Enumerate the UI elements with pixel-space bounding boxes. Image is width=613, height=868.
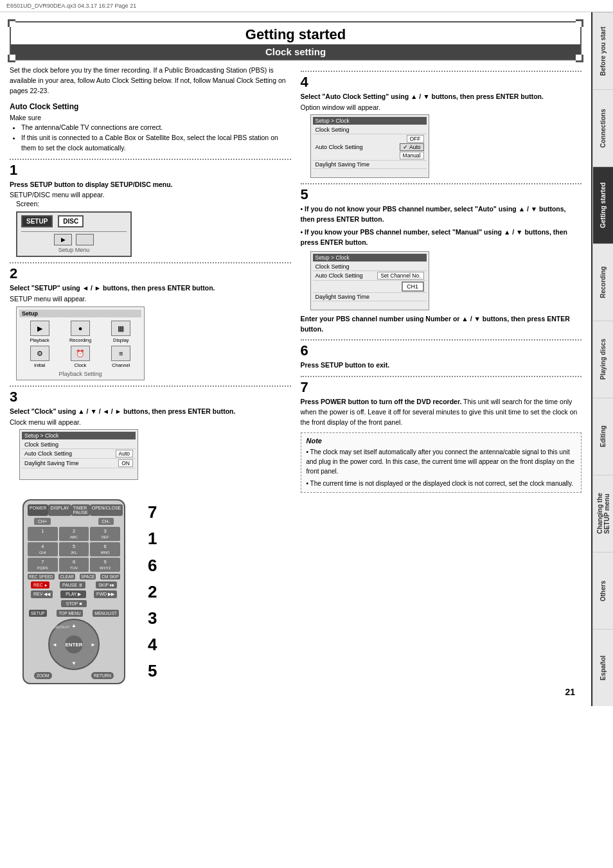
page-number: 21 (10, 684, 582, 700)
nav-down-btn[interactable]: ▼ (71, 660, 76, 666)
right-step-6: 6 (148, 556, 157, 576)
num-4-btn[interactable]: 4GHI (28, 542, 58, 556)
note-bullet-1: • The clock may set itself automatically… (306, 447, 576, 476)
step4-row-2: Auto Clock Setting OFF ✓ Auto Manual (313, 134, 427, 161)
enter-btn[interactable]: ENTER (65, 635, 83, 653)
step1-header: 1 (10, 163, 291, 177)
nav-left-btn[interactable]: ◄ (52, 642, 57, 648)
auto-clock-bullets: The antenna/Cable TV connections are cor… (16, 123, 291, 153)
setup-menu2-screen: Setup ▶ Playback ● Recording ▦ Display (16, 306, 145, 380)
bullet-2: If this unit is connected to a Cable Box… (21, 133, 291, 154)
ch-up-btn[interactable]: CH+ (34, 518, 51, 525)
grid-icon-display: ▦ Display (102, 321, 140, 343)
step6-text: Press SETUP button to exit. (301, 360, 582, 371)
step3-screen: Setup > Clock Clock Setting Auto Clock S… (19, 429, 138, 480)
intro-text: Set the clock before you try the timer r… (10, 66, 291, 96)
fwd-btn[interactable]: FWD ▶▶ (94, 590, 117, 598)
grid-icon-initial: ⚙ Initial (21, 346, 58, 368)
right-step-4: 4 (148, 635, 157, 655)
title-section: Getting started Clock setting (10, 21, 582, 60)
left-column: Set the clock before you try the timer r… (10, 66, 291, 493)
sidebar-tab-getting-started[interactable]: Getting started (593, 166, 613, 244)
step1-number: 1 (10, 163, 17, 177)
num-3-btn[interactable]: 3DEF (90, 527, 120, 541)
num-6-btn[interactable]: 6MNO (90, 542, 120, 556)
disc-btn: DISC (58, 215, 84, 227)
setup-btn-remote[interactable]: SETUP (29, 610, 47, 617)
num-5-btn[interactable]: 5JKL (59, 542, 89, 556)
remote-graphic-area: POWER DISPLAY TIMER PAUSE OPEN/CLOSE CH+… (10, 499, 138, 684)
auto-clock-heading: Auto Clock Setting (10, 102, 291, 111)
step3-header: 3 (10, 390, 291, 404)
skip-btn[interactable]: SKIP ⏭ (96, 581, 117, 589)
right-sidebar: Before you start Connections Getting sta… (592, 12, 613, 706)
ch-down-btn[interactable]: CH- (98, 518, 114, 525)
note-bullet-2: • The current time is not displayed or t… (306, 479, 576, 488)
sidebar-tab-changing-setup[interactable]: Changing the SETUP menu (593, 475, 613, 552)
display-icon: ▦ (111, 321, 130, 336)
nav-right-btn[interactable]: ► (91, 642, 96, 648)
timer-pause-btn[interactable]: TIMER PAUSE (71, 504, 90, 516)
page-sub-title: Clock setting (11, 44, 580, 59)
setup-btn: SETUP (21, 215, 53, 227)
step5-row-2: Auto Clock Setting Set Channel No. (313, 271, 427, 281)
step1-screen-label: Screen: (16, 200, 291, 208)
rev-btn[interactable]: REV ◀◀ (31, 590, 53, 598)
num-7-btn[interactable]: 7PQRS (28, 558, 58, 572)
main-content: Getting started Clock setting Set the cl… (0, 12, 592, 706)
file-info: E6501UD_DVR90DEA.qx3 04.3.17 16:27 Page … (6, 3, 136, 9)
num-2-btn[interactable]: 2ABC (59, 527, 89, 541)
playback-icon: ▶ (30, 321, 49, 336)
step4-detail: Option window will appear. (301, 103, 582, 111)
sidebar-tab-connections[interactable]: Connections (593, 89, 613, 166)
cm-skip-btn[interactable]: CM SKIP (100, 574, 120, 580)
step3-number: 3 (10, 390, 17, 404)
open-close-btn[interactable]: OPEN/CLOSE (90, 504, 123, 516)
step4-row-3: Daylight Saving Time (313, 161, 427, 169)
space-btn[interactable]: SPACE (80, 574, 96, 580)
step4-screen-title: Setup > Clock (313, 117, 427, 125)
num-1-btn[interactable]: 1 (28, 527, 58, 541)
display-btn[interactable]: DISPLAY (48, 504, 71, 516)
sidebar-tab-espanol[interactable]: Español (593, 629, 613, 706)
step3-text: Select "Clock" using ▲ / ▼ / ◄ / ► butto… (10, 407, 291, 417)
sidebar-tab-recording[interactable]: Recording (593, 244, 613, 321)
rec-speed-btn[interactable]: REC SPEED (28, 574, 55, 580)
bullet-1: The antenna/Cable TV connections are cor… (21, 123, 291, 133)
num-8-btn[interactable]: 8TUV (59, 558, 89, 572)
sidebar-tab-playing-discs[interactable]: Playing discs (593, 321, 613, 398)
step4-row-1: Clock Setting (313, 126, 427, 134)
zoom-btn[interactable]: ZOOM (34, 672, 52, 679)
page-main-title: Getting started (11, 22, 580, 44)
step5-screen: Setup > Clock Clock Setting Auto Clock S… (310, 251, 429, 310)
top-menu-btn[interactable]: TOP MENU (57, 610, 82, 617)
return-btn[interactable]: RETURN (91, 672, 114, 679)
note-box: Note • The clock may set itself automati… (301, 432, 582, 493)
right-step-2: 2 (148, 582, 157, 602)
step4-screen: Setup > Clock Clock Setting Auto Clock S… (310, 114, 429, 178)
remote-section: POWER DISPLAY TIMER PAUSE OPEN/CLOSE CH+… (10, 499, 582, 684)
right-step-3: 3 (148, 608, 157, 628)
nav-up-btn[interactable]: ▲ (71, 623, 76, 628)
sidebar-tab-others[interactable]: Others (593, 552, 613, 629)
rec-btn[interactable]: REC ● (31, 581, 49, 589)
menu-list-btn[interactable]: MENU/LIST (93, 610, 119, 617)
pause-btn[interactable]: PAUSE ⏸ (60, 581, 85, 589)
grid-icon-channel: ≡ Channel (102, 346, 140, 368)
step3-screen-title: Setup > Clock (22, 432, 136, 439)
grid-icon-playback: ▶ Playback (21, 321, 58, 343)
step2-header: 2 (10, 267, 291, 281)
initial-icon: ⚙ (30, 346, 49, 361)
remote-control: POWER DISPLAY TIMER PAUSE OPEN/CLOSE CH+… (22, 499, 125, 684)
step6-number: 6 (301, 344, 308, 358)
sidebar-tab-editing[interactable]: Editing (593, 398, 613, 475)
setup-icons-grid: ▶ Playback ● Recording ▦ Display ⚙ (19, 319, 141, 369)
play-btn[interactable]: PLAY ▶ (60, 590, 86, 598)
recording-icon: ● (71, 321, 90, 336)
stop-btn[interactable]: STOP ■ (61, 600, 87, 607)
step2-detail: SETUP menu will appear. (10, 295, 291, 303)
power-btn[interactable]: POWER (28, 504, 48, 516)
sidebar-tab-before-you-start[interactable]: Before you start (593, 12, 613, 89)
clear-btn[interactable]: CLEAR (58, 574, 75, 580)
num-9-btn[interactable]: 9WXYZ (90, 558, 120, 572)
